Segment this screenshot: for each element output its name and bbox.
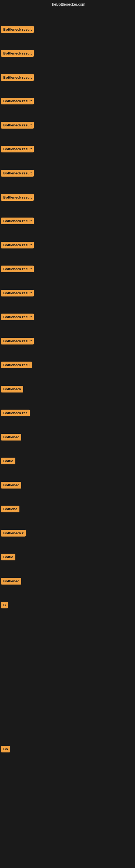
site-header: TheBottlenecker.com bbox=[0, 0, 135, 10]
bottleneck-badge: Bottleneck result bbox=[1, 122, 34, 129]
bottleneck-badge: Bottlenec bbox=[1, 482, 21, 489]
bottleneck-row: Bottleneck result bbox=[0, 25, 135, 33]
bottleneck-row: Bottleneck result bbox=[0, 265, 135, 273]
bottleneck-badge: Bottleneck result bbox=[1, 314, 34, 320]
bottleneck-badge: Bottleneck result bbox=[1, 98, 34, 104]
bottleneck-badge: Bottleneck result bbox=[1, 242, 34, 248]
bottleneck-row: Bottleneck result bbox=[0, 73, 135, 82]
bottleneck-badge: Bottleneck result bbox=[1, 290, 34, 297]
bottleneck-row: Bottleneck result bbox=[0, 49, 135, 57]
bottleneck-badge: Bottlene bbox=[1, 506, 19, 513]
bottleneck-row: Bottleneck resu bbox=[0, 361, 135, 369]
bottleneck-row: B bbox=[0, 601, 135, 609]
bottleneck-row: Bottleneck result bbox=[0, 121, 135, 129]
bottleneck-row: Bottlene bbox=[0, 505, 135, 513]
bottleneck-badge: Bo bbox=[1, 746, 10, 752]
bottleneck-row: Bottleneck result bbox=[0, 217, 135, 225]
bottleneck-row: Bottleneck result bbox=[0, 97, 135, 105]
bottleneck-badge: Bottleneck result bbox=[1, 146, 34, 152]
bottleneck-badge: Bottlenec bbox=[1, 434, 21, 440]
bottleneck-row: Bottleneck r bbox=[0, 529, 135, 537]
bottleneck-row: Bottleneck res bbox=[0, 409, 135, 417]
bottleneck-row: Bo bbox=[0, 745, 135, 753]
bottleneck-badge: Bottleneck result bbox=[1, 218, 34, 224]
bottleneck-badge: Bottleneck bbox=[1, 386, 23, 393]
bottleneck-row: Bottlenec bbox=[0, 481, 135, 489]
bottleneck-row: Bottleneck result bbox=[0, 337, 135, 345]
bottleneck-row: Bottleneck result bbox=[0, 169, 135, 177]
bottleneck-badge: Bottleneck result bbox=[1, 338, 34, 344]
bottleneck-row: Bottleneck result bbox=[0, 289, 135, 297]
bottleneck-badge: Bottleneck result bbox=[1, 26, 34, 33]
bottleneck-row: Bottle bbox=[0, 553, 135, 561]
bottleneck-row: Bottlenec bbox=[0, 577, 135, 585]
bottleneck-badge: Bottle bbox=[1, 458, 15, 464]
bottleneck-badge: Bottlenec bbox=[1, 578, 21, 585]
bottleneck-badge: Bottleneck res bbox=[1, 410, 30, 416]
bottleneck-row: Bottle bbox=[0, 457, 135, 465]
bottleneck-row: Bottleneck result bbox=[0, 241, 135, 249]
bottleneck-badge: Bottleneck result bbox=[1, 50, 34, 57]
bottleneck-badge: Bottleneck result bbox=[1, 74, 34, 81]
bottleneck-badge: Bottleneck result bbox=[1, 266, 34, 272]
bottleneck-badge: Bottleneck result bbox=[1, 194, 34, 201]
bottleneck-row: Bottleneck result bbox=[0, 145, 135, 153]
bottleneck-badge: Bottleneck r bbox=[1, 530, 26, 536]
bottleneck-badge: Bottleneck result bbox=[1, 170, 34, 177]
bottleneck-row: Bottleneck result bbox=[0, 193, 135, 201]
bottleneck-badge: Bottleneck resu bbox=[1, 362, 32, 368]
bottleneck-row: Bottleneck result bbox=[0, 313, 135, 321]
bottleneck-badge: B bbox=[1, 601, 8, 609]
bottleneck-badge: Bottle bbox=[1, 554, 15, 560]
bottleneck-row: Bottleneck bbox=[0, 385, 135, 393]
bottleneck-row: Bottlenec bbox=[0, 433, 135, 441]
